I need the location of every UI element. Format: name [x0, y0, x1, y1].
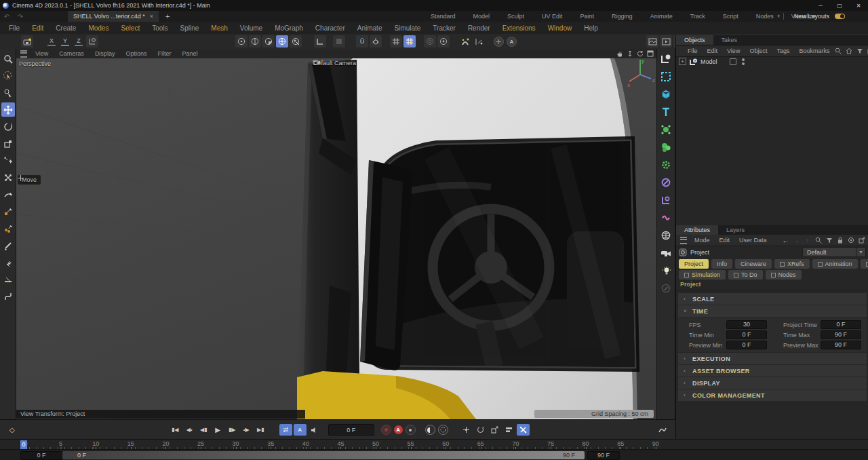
menu-item[interactable]: Create	[50, 24, 82, 32]
menu-item[interactable]: Extensions	[496, 24, 542, 32]
axis-z-button[interactable]: Z	[73, 36, 84, 47]
menu-item[interactable]: Volume	[234, 24, 269, 32]
visibility-dots-icon[interactable]	[742, 58, 745, 65]
menu-item[interactable]: Modes	[82, 24, 115, 32]
menu-item[interactable]: Edit	[26, 24, 50, 32]
tab-objects[interactable]: Objects	[676, 35, 713, 45]
layout-item[interactable]: Track	[682, 13, 714, 20]
loop-toggle-icon[interactable]	[279, 424, 292, 436]
play-button[interactable]: ▶	[212, 424, 224, 436]
snap-settings-icon[interactable]	[370, 35, 382, 47]
minimize-button[interactable]: ─	[811, 0, 830, 11]
axis-gizmo-icon[interactable]: x z y	[624, 58, 656, 88]
knife-tool-icon[interactable]	[1, 238, 15, 252]
search-icon[interactable]	[834, 47, 842, 55]
add-spline-icon[interactable]	[658, 69, 673, 85]
live-selection-icon[interactable]	[1, 69, 15, 83]
objects-menu-item[interactable]: Edit	[703, 47, 723, 54]
tab-attributes[interactable]: Attributes	[676, 225, 718, 235]
preview-range-slider[interactable]: 0 F 90 F	[62, 451, 585, 459]
previous-key-button[interactable]: ◀•	[183, 424, 196, 436]
section-scale[interactable]: › SCALE	[678, 293, 867, 305]
new-layouts-button[interactable]: New Layouts	[794, 13, 829, 20]
tweak-icon[interactable]	[1, 85, 15, 100]
points-mode-icon[interactable]	[235, 35, 248, 47]
layout-item[interactable]: Model	[465, 13, 499, 20]
move-tool-icon[interactable]	[1, 102, 15, 117]
record-position-toggle[interactable]	[460, 424, 473, 436]
add-environment-icon[interactable]	[658, 227, 673, 244]
field-value[interactable]: 90 F	[821, 330, 861, 339]
axis-mode-icon[interactable]	[333, 35, 345, 47]
viewport-canvas[interactable]: x z y Perspective Default Camera Move Vi…	[16, 58, 656, 419]
workplane-center-icon[interactable]	[437, 35, 450, 47]
menu-item[interactable]: MoGraph	[269, 24, 309, 32]
spline-point-icon[interactable]	[1, 221, 15, 235]
add-field-icon[interactable]	[658, 192, 673, 208]
close-button[interactable]: ✕	[849, 0, 868, 11]
layer-chip-icon[interactable]	[730, 58, 736, 65]
objects-menu-item[interactable]: Object	[745, 47, 772, 54]
add-null-icon[interactable]	[658, 51, 673, 67]
export-icon[interactable]	[858, 237, 865, 244]
attributes-menu-item[interactable]: Edit	[715, 237, 735, 244]
attribute-tab-chip[interactable]: Cineware	[735, 259, 772, 269]
viewport-menu-item[interactable]: Display	[90, 50, 121, 57]
preset-dropdown[interactable]: Default ▼	[802, 247, 866, 257]
next-frame-button[interactable]: ▮▶	[226, 424, 239, 436]
transform-tool-icon[interactable]	[1, 153, 15, 168]
autokey-button[interactable]: A	[394, 425, 403, 434]
field-value[interactable]: 0 F	[726, 330, 767, 339]
attribute-tab-chip[interactable]: Info	[711, 259, 732, 269]
range-start-field[interactable]: 0 F	[20, 451, 62, 460]
go-to-end-button[interactable]: ▶▮	[254, 424, 267, 436]
timeline-ruler[interactable]: 051015202530354045505560657075808590 0	[0, 439, 868, 450]
set-keyframe-button[interactable]	[406, 425, 416, 435]
current-frame-field[interactable]: 0 F	[328, 424, 374, 436]
previous-frame-button[interactable]: ◀▮	[197, 424, 210, 436]
render-view-icon[interactable]	[646, 35, 658, 47]
menu-item[interactable]: Select	[115, 24, 146, 32]
field-value[interactable]: 90 F	[821, 341, 861, 349]
field-value[interactable]: 0 F	[821, 320, 861, 329]
viewport-menu-item[interactable]: Filter	[152, 50, 176, 57]
maximize-view-icon[interactable]	[646, 50, 654, 57]
layout-item[interactable]: Sculpt	[498, 13, 533, 20]
section-display[interactable]: › DISPLAY	[678, 377, 867, 389]
search-icon[interactable]	[814, 237, 822, 244]
record-rotation-toggle[interactable]	[474, 424, 487, 436]
model-mode-icon[interactable]	[276, 35, 288, 47]
menu-item[interactable]: Tools	[146, 24, 174, 32]
record-scale-toggle[interactable]	[488, 424, 501, 436]
menu-item[interactable]: Animate	[351, 24, 389, 32]
field-value[interactable]: 30	[726, 320, 767, 329]
polygons-mode-icon[interactable]	[262, 35, 275, 47]
guide-snap-icon[interactable]	[473, 35, 485, 47]
spline-sketch-icon[interactable]	[1, 204, 15, 218]
objects-menu-item[interactable]: Bookmarks	[794, 47, 834, 54]
add-text-icon[interactable]	[658, 104, 673, 120]
menu-item[interactable]: Help	[578, 24, 604, 32]
spline-smooth-icon[interactable]	[1, 289, 15, 303]
scene-icon[interactable]	[21, 35, 33, 47]
search-tool-icon[interactable]	[1, 52, 15, 66]
snap-enable-icon[interactable]: Ü	[356, 35, 368, 47]
measure-tool-icon[interactable]	[1, 272, 15, 286]
attributes-menu-item[interactable]: Mode	[690, 237, 715, 244]
menu-item[interactable]: Render	[462, 24, 496, 32]
layout-item[interactable]: UV Edit	[533, 13, 572, 20]
record-pla-toggle[interactable]	[517, 424, 530, 436]
attribute-tab-chip[interactable]: To Do	[728, 270, 763, 280]
attributes-hamburger-icon[interactable]	[680, 237, 687, 244]
zoom-icon[interactable]	[626, 50, 633, 57]
filter-icon[interactable]	[856, 47, 863, 55]
layout-item[interactable]: Animate	[642, 13, 682, 20]
center-icon[interactable]	[424, 35, 436, 47]
next-key-button[interactable]: •▶	[240, 424, 253, 436]
add-layout-icon[interactable]: +	[777, 13, 781, 20]
record-button[interactable]	[381, 425, 391, 435]
edit-material-icon[interactable]	[658, 280, 673, 296]
layout-item[interactable]: Standard	[422, 13, 465, 20]
axis-y-button[interactable]: Y	[60, 36, 71, 47]
sound-toggle-icon[interactable]	[308, 424, 321, 436]
